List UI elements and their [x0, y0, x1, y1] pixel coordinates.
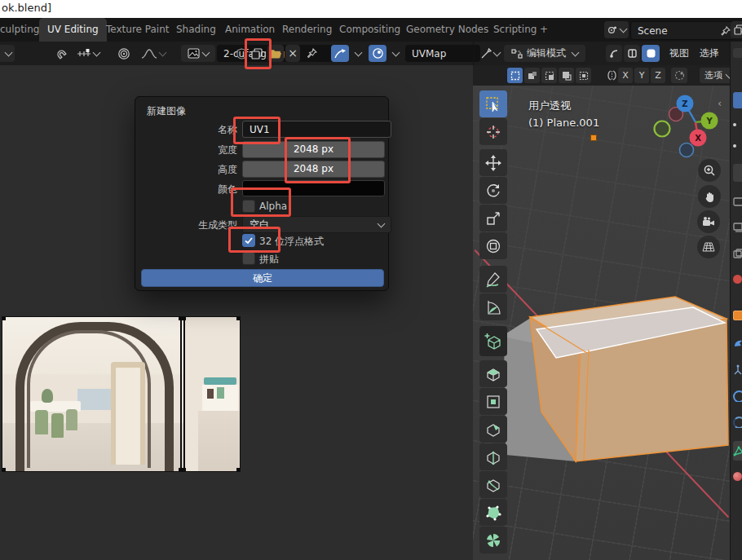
tab-texture-paint[interactable]: Texture Paint [98, 18, 177, 42]
tab-object[interactable] [733, 311, 742, 322]
uv-handle[interactable] [182, 317, 186, 320]
select-op-invert[interactable] [559, 68, 574, 83]
new-scene-button[interactable] [731, 21, 742, 38]
tool-knife[interactable] [479, 471, 507, 498]
mirror-icon [603, 68, 620, 83]
unlink-image-button[interactable]: × [285, 45, 300, 62]
gizmo-neg-y[interactable] [655, 121, 670, 137]
tool-cursor[interactable] [479, 118, 507, 145]
uv-handle[interactable] [2, 317, 6, 320]
uv-handle[interactable] [182, 468, 186, 471]
svg-text:Y: Y [705, 117, 713, 126]
uv-proportional-dropdown[interactable] [388, 45, 403, 62]
select-mode-vertex[interactable] [606, 45, 622, 62]
tool-inset-faces[interactable] [479, 388, 507, 415]
mirror-x-button[interactable]: X [618, 68, 633, 83]
tab-uv-editing[interactable]: UV Editing [39, 18, 107, 42]
tab-output[interactable] [733, 196, 742, 208]
uv-proportional-button[interactable] [369, 45, 386, 62]
tool-transform[interactable] [479, 232, 507, 259]
editor-type-dropdown[interactable] [0, 45, 15, 62]
tool-spin[interactable] [479, 527, 507, 553]
tab-material[interactable] [733, 472, 742, 483]
tool-move[interactable] [479, 149, 507, 176]
tool-scale[interactable] [479, 205, 507, 231]
proportional-edit-toggle[interactable] [671, 68, 687, 83]
ok-button[interactable]: 确定 [141, 269, 384, 287]
menu-view[interactable]: 视图 [669, 42, 689, 65]
pin-icon[interactable] [721, 26, 731, 36]
scene-browse-button[interactable] [604, 21, 629, 38]
tab-scene[interactable] [733, 249, 742, 260]
tool-poly-build[interactable] [479, 499, 507, 526]
tab-tool-active[interactable] [733, 92, 742, 110]
tool-loop-cut[interactable] [479, 443, 507, 470]
uvmap-field[interactable]: UVMap [405, 45, 480, 62]
perspective-label: 用户透视 [528, 99, 571, 113]
width-label: 宽度 [139, 143, 237, 157]
proportional-editing-icon[interactable] [114, 45, 134, 62]
tool-bevel[interactable] [479, 416, 507, 443]
tab-add-workspace[interactable]: + [532, 18, 556, 42]
tab-data-active[interactable] [733, 441, 742, 462]
active-tool-icon[interactable] [479, 45, 501, 62]
select-op-intersect[interactable] [576, 68, 591, 83]
select-op-new[interactable] [507, 68, 523, 83]
zoom-button[interactable] [698, 159, 721, 182]
tool-add-cube[interactable] [479, 326, 507, 356]
select-mode-face[interactable] [642, 45, 660, 62]
tiled-label: 拼贴 [259, 253, 279, 267]
annotation-box-alpha [231, 187, 291, 217]
object-origin-dot [590, 134, 597, 141]
select-mode-edge[interactable] [624, 45, 640, 62]
uv-handle[interactable] [236, 317, 240, 320]
tab-particles[interactable] [733, 364, 742, 376]
mode-dropdown[interactable]: 编辑模式 [504, 45, 585, 62]
scene-name-field[interactable]: Scene [630, 21, 736, 40]
viewport-3d[interactable]: 用户透视 (1) Plane.001 Z Y X ‹ [473, 86, 730, 560]
uv-handle[interactable] [236, 468, 240, 471]
uv-handle[interactable] [2, 468, 6, 471]
gizmo-neg-z[interactable] [680, 143, 694, 157]
scene-name: Scene [638, 25, 668, 37]
tab-constraints[interactable] [733, 417, 742, 428]
uv-snap-button[interactable] [331, 45, 349, 62]
perspective-toggle-button[interactable] [697, 236, 720, 258]
mirror-y-button[interactable]: Y [634, 68, 649, 83]
pin-id-icon[interactable] [303, 45, 320, 62]
tab-modifiers[interactable] [733, 338, 742, 350]
tiled-checkbox[interactable] [242, 252, 255, 265]
snap-magnet-icon[interactable] [51, 45, 70, 62]
tool-annotate[interactable] [479, 266, 507, 293]
pan-hand-button[interactable] [698, 185, 721, 208]
annotation-box-float [228, 227, 280, 253]
editor-divider [473, 42, 474, 65]
tab-shading[interactable]: Shading [168, 18, 224, 42]
active-object-label: (1) Plane.001 [528, 117, 599, 129]
height-label: 高度 [139, 163, 237, 177]
tool-measure[interactable] [479, 293, 507, 320]
tab-physics[interactable] [733, 390, 742, 402]
menu-select[interactable]: 选择 [700, 42, 719, 65]
select-op-extend[interactable] [524, 68, 540, 83]
uv-image-preview[interactable] [2, 317, 240, 471]
snap-target-dropdown[interactable] [72, 45, 104, 62]
mode-label: 编辑模式 [527, 46, 566, 60]
tab-geometry-nodes[interactable]: Geometry Nodes [398, 18, 497, 42]
uv-snap-dropdown[interactable] [351, 45, 365, 62]
tool-extrude-region[interactable] [479, 360, 507, 387]
tab-world[interactable] [733, 275, 742, 286]
tab-render[interactable] [733, 164, 742, 183]
tool-select-box[interactable] [479, 90, 507, 117]
falloff-curve-dropdown[interactable] [137, 45, 170, 62]
tool-rotate[interactable] [479, 177, 507, 204]
tab-compositing[interactable]: Compositing [331, 18, 409, 42]
select-op-subtract[interactable] [541, 68, 557, 83]
uv-seam-line [180, 317, 182, 471]
camera-view-button[interactable] [697, 210, 720, 233]
mirror-z-button[interactable]: Z [651, 68, 665, 83]
image-browse-dropdown[interactable] [181, 45, 215, 62]
tab-view-layer[interactable] [733, 223, 742, 234]
uv-seam-line [183, 317, 185, 471]
sidebar-collapse-arrow[interactable]: ‹ [718, 97, 722, 109]
